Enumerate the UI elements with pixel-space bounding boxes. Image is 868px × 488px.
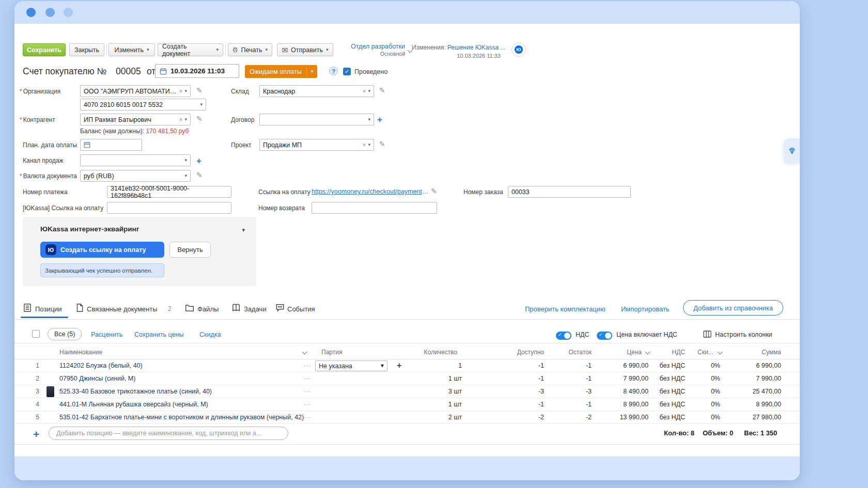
warehouse-select[interactable]: Краснодар × ▾ — [259, 85, 374, 97]
column-sum[interactable]: Сумма — [730, 349, 781, 356]
pencil-icon[interactable]: ✎ — [431, 187, 437, 195]
table-row[interactable]: 2 07950 Джинсы (синий, М) ··· 1 шт -1 -1… — [14, 372, 800, 385]
row-name-link[interactable]: 535.01-42 Бархатное платье-мини с воротн… — [59, 414, 304, 421]
contragent-select[interactable]: ИП Рахмат Батырович × ▾ — [80, 114, 191, 125]
add-channel-button[interactable]: + — [196, 156, 202, 165]
pencil-icon[interactable]: ✎ — [196, 86, 203, 95]
add-contract-button[interactable]: + — [377, 115, 382, 124]
column-discount[interactable]: Ски... — [698, 349, 714, 356]
tab-positions[interactable]: Позиции — [35, 305, 62, 313]
pencil-icon[interactable]: ✎ — [379, 86, 385, 95]
cell-quantity[interactable]: 2 шт — [410, 414, 462, 421]
caret-down-icon[interactable]: ▾ — [368, 143, 370, 147]
print-button[interactable]: Печать▾ — [228, 43, 272, 56]
add-from-catalog-button[interactable]: Добавить из справочника — [683, 300, 783, 316]
configure-columns-button[interactable]: Настроить колонки — [715, 331, 772, 338]
cell-vat[interactable]: без НДС — [639, 375, 685, 382]
cell-discount[interactable]: 0% — [689, 401, 720, 408]
row-name-link[interactable]: 07950 Джинсы (синий, М) — [59, 375, 135, 382]
row-menu-button[interactable]: ··· — [300, 414, 315, 421]
create-payment-link-button[interactable]: Ю Создать ссылку на оплату — [40, 242, 164, 258]
reprice-link[interactable]: Расценить — [91, 331, 122, 338]
status-badge[interactable]: Ожидаем оплаты ▾ — [245, 65, 317, 78]
cell-discount[interactable]: 0% — [689, 362, 720, 369]
pencil-icon[interactable]: ✎ — [196, 171, 203, 179]
currency-select[interactable]: руб (RUB) ▾ — [80, 170, 191, 182]
add-position-button[interactable]: + — [33, 429, 39, 439]
cell-discount[interactable]: 0% — [689, 414, 720, 421]
tab-files[interactable]: Файлы — [197, 305, 219, 313]
cell-vat[interactable]: без НДС — [639, 401, 685, 408]
department-link[interactable]: Отдел разработки — [350, 43, 405, 50]
plan-date-input[interactable] — [80, 139, 142, 151]
caret-down-icon[interactable]: ▾ — [368, 89, 370, 93]
avatar[interactable]: Ю — [512, 42, 526, 57]
caret-down-icon[interactable]: ▾ — [184, 89, 187, 93]
pencil-icon[interactable]: ✎ — [379, 140, 385, 148]
window-dot-1[interactable] — [26, 8, 36, 17]
column-name[interactable]: Наименование — [59, 349, 102, 356]
check-completeness-link[interactable]: Проверить комплектацию — [525, 305, 606, 313]
table-row[interactable]: 4 441.01-М Льняная рубашка оверсайз (чер… — [14, 398, 800, 411]
window-dot-3[interactable] — [64, 8, 73, 17]
send-button[interactable]: ✉ Отправить▾ — [277, 43, 333, 56]
row-menu-button[interactable]: ··· — [300, 362, 315, 369]
payment-link[interactable]: https://yoomoney.ru/checkout/payments… — [312, 188, 429, 195]
add-batch-button[interactable]: + — [397, 361, 401, 370]
caret-down-icon[interactable]: ▾ — [184, 117, 187, 122]
changes-link[interactable]: Решение ЮKassa ... — [447, 44, 506, 51]
cell-discount[interactable]: 0% — [689, 375, 720, 382]
sales-channel-select[interactable]: ▾ — [80, 154, 191, 166]
caret-down-icon[interactable]: ▾ — [368, 117, 370, 122]
clear-icon[interactable]: × — [362, 141, 366, 149]
document-date-input[interactable]: 10.03.2026 11:03 — [155, 64, 239, 78]
tab-tasks[interactable]: Задачи — [244, 305, 267, 313]
tab-linked-documents[interactable]: Связанные документы — [87, 305, 158, 313]
cell-vat[interactable]: без НДС — [639, 414, 685, 421]
cell-vat[interactable]: без НДС — [639, 388, 685, 395]
project-select[interactable]: Продажи МП × ▾ — [259, 139, 374, 151]
sort-chevron-icon[interactable] — [302, 350, 307, 355]
payment-number-input[interactable]: 3141eb32-000f-5001-9000-162f896b48c1 — [107, 186, 231, 198]
cell-quantity[interactable]: 1 шт — [410, 375, 462, 382]
column-price[interactable]: Цена — [590, 349, 642, 356]
save-prices-link[interactable]: Сохранить цены — [134, 331, 183, 338]
account-select[interactable]: 4070 2810 6015 0017 5532 ▾ — [80, 99, 206, 111]
pencil-icon[interactable]: ✎ — [196, 115, 203, 123]
cell-quantity[interactable]: 1 шт — [410, 401, 462, 408]
batch-select[interactable]: Не указана▾ — [315, 360, 388, 371]
order-number-input[interactable]: 00033 — [508, 186, 631, 198]
table-row[interactable]: 1 1124202 Блузка (белый, 40) ··· Не указ… — [14, 359, 800, 372]
cell-discount[interactable]: 0% — [689, 388, 720, 395]
column-available[interactable]: Доступно — [492, 349, 544, 356]
create-document-button[interactable]: Создать документ▾ — [158, 43, 223, 56]
column-vat[interactable]: НДС — [644, 349, 685, 356]
widget-side-tab[interactable] — [784, 138, 800, 163]
refund-number-input[interactable] — [312, 202, 437, 214]
row-menu-button[interactable]: ··· — [300, 401, 315, 408]
column-stock[interactable]: Остаток — [540, 349, 592, 356]
close-button[interactable]: Закрыть — [69, 43, 104, 56]
discount-link[interactable]: Скидка — [199, 331, 221, 338]
column-batch[interactable]: Партия — [321, 349, 342, 356]
row-menu-button[interactable]: ··· — [300, 375, 315, 382]
refund-button[interactable]: Вернуть — [169, 242, 211, 258]
posted-checkbox[interactable]: ✓ — [343, 68, 351, 75]
row-name-link[interactable]: 1124202 Блузка (белый, 40) — [59, 362, 143, 369]
tab-events[interactable]: События — [287, 305, 315, 313]
column-quantity[interactable]: Количество — [406, 349, 457, 356]
row-menu-button[interactable]: ··· — [300, 388, 315, 395]
clear-icon[interactable]: × — [179, 88, 182, 95]
window-dot-2[interactable] — [45, 8, 55, 17]
org-select[interactable]: ООО "АЭМГРУП АВТОМАТИЗАЦИ × ▾ — [80, 85, 191, 97]
cell-quantity[interactable]: 1 — [410, 362, 462, 369]
caret-down-icon[interactable]: ▾ — [200, 102, 203, 107]
help-icon[interactable]: ? — [329, 67, 338, 75]
edit-button[interactable]: Изменить▾ — [109, 43, 155, 56]
row-name-link[interactable]: 441.01-М Льняная рубашка оверсайз (черны… — [59, 401, 208, 408]
save-button[interactable]: Сохранить — [23, 43, 66, 56]
collapse-icon[interactable]: ▾ — [242, 227, 245, 233]
vat-toggle[interactable]: ✓ — [556, 332, 571, 340]
import-link[interactable]: Импортировать — [621, 305, 670, 313]
cell-vat[interactable]: без НДС — [639, 362, 685, 369]
